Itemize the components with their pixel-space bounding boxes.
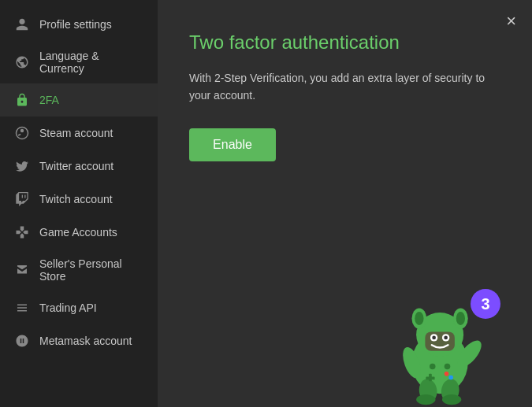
sidebar-item-label: Game Accounts [39,226,117,239]
svg-point-17 [416,394,435,405]
sidebar-item-sellers-personal-store[interactable]: Seller's Personal Store [0,249,158,291]
svg-point-18 [442,394,461,405]
twitch-icon [14,191,30,207]
sidebar-item-label: Profile settings [39,18,112,31]
lock-icon [14,92,30,108]
sidebar-item-game-accounts[interactable]: Game Accounts [0,216,158,249]
svg-point-12 [444,336,448,340]
sidebar-item-label: Metamask account [39,335,132,347]
sidebar-item-twitch-account[interactable]: Twitch account [0,183,158,216]
fox-icon [14,333,30,349]
svg-point-23 [445,372,449,376]
sidebar-item-label: Twitch account [39,193,113,205]
sidebar-item-label: Language & Currency [39,50,143,75]
svg-point-24 [448,376,453,380]
enable-button[interactable]: Enable [189,128,276,161]
svg-point-20 [445,364,451,370]
person-icon [14,17,30,32]
sidebar-item-metamask-account[interactable]: Metamask account [0,324,158,357]
api-icon [14,300,30,316]
sidebar-item-label: 2FA [39,94,59,106]
globe-icon [14,54,30,70]
sidebar-item-twitter-account[interactable]: Twitter account [0,150,158,183]
svg-point-19 [430,364,436,370]
svg-point-11 [432,336,436,340]
sidebar-item-label: Trading API [39,302,97,314]
main-panel: × Two factor authentication With 2-Step … [158,0,532,407]
main-description: With 2-Step Verification, you add an ext… [189,69,500,105]
steam-icon [14,125,30,141]
sidebar-item-trading-api[interactable]: Trading API [0,291,158,324]
twitter-icon [14,158,30,174]
svg-point-6 [415,312,423,325]
mascot-icon [382,289,500,407]
sidebar-item-steam-account[interactable]: Steam account [0,117,158,150]
sidebar-item-label: Seller's Personal Store [39,257,143,283]
store-icon [14,262,30,278]
sidebar-item-label: Steam account [39,127,113,139]
sidebar-item-2fa[interactable]: 2FA [0,83,158,117]
svg-point-1 [20,129,24,133]
gamepad-icon [14,224,30,240]
svg-point-7 [456,312,465,325]
close-button[interactable]: × [506,13,516,30]
sidebar-item-language-currency[interactable]: Language & Currency [0,41,158,83]
page-title: Two factor authentication [189,31,500,54]
sidebar: Profile settingsLanguage & Currency2FASt… [0,0,158,407]
svg-rect-22 [426,377,434,380]
sidebar-item-label: Twitter account [39,160,113,172]
mascot-area: 3 [351,250,508,407]
sidebar-item-profile-settings[interactable]: Profile settings [0,8,158,41]
